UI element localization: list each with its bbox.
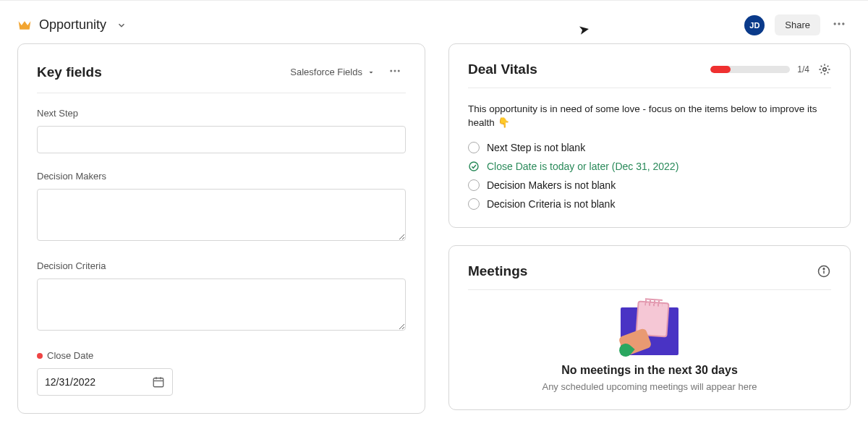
key-fields-panel: Key fields Salesforce Fields Next Step bbox=[17, 43, 425, 414]
vitals-item-text: Next Step is not blank bbox=[487, 142, 585, 153]
crown-icon bbox=[17, 20, 32, 31]
meetings-empty-title: No meetings in the next 30 days bbox=[561, 364, 738, 377]
svg-point-4 bbox=[393, 70, 396, 72]
radio-unchecked-icon bbox=[468, 179, 480, 191]
vitals-item[interactable]: Next Step is not blank bbox=[468, 142, 831, 153]
next-step-label: Next Step bbox=[37, 108, 406, 119]
progress-bar bbox=[710, 66, 790, 73]
key-fields-more-button[interactable] bbox=[384, 61, 406, 82]
decision-makers-label: Decision Makers bbox=[37, 171, 406, 182]
svg-point-5 bbox=[398, 70, 400, 72]
page-title[interactable]: Opportunity bbox=[39, 17, 106, 33]
key-fields-title: Key fields bbox=[37, 64, 102, 80]
topbar: Opportunity JD Share bbox=[0, 0, 868, 43]
dots-horizontal-icon bbox=[388, 64, 401, 77]
svg-point-10 bbox=[823, 68, 827, 72]
dots-horizontal-icon bbox=[832, 17, 846, 31]
deal-vitals-panel: Deal Vitals 1/4 This opportunity is in n… bbox=[448, 43, 851, 228]
more-menu-button[interactable] bbox=[827, 14, 851, 36]
close-date-value: 12/31/2022 bbox=[45, 376, 95, 388]
svg-rect-6 bbox=[153, 378, 163, 387]
next-step-input[interactable] bbox=[37, 126, 406, 153]
sf-dropdown-label: Salesforce Fields bbox=[290, 67, 362, 77]
salesforce-fields-dropdown[interactable]: Salesforce Fields bbox=[290, 67, 375, 77]
close-date-input[interactable]: 12/31/2022 bbox=[37, 368, 173, 396]
progress-fill bbox=[710, 66, 731, 73]
close-date-label: Close Date bbox=[37, 350, 406, 361]
meetings-empty-illustration bbox=[621, 303, 678, 355]
vitals-description: This opportunity is in need of some love… bbox=[468, 103, 831, 130]
meetings-empty-subtitle: Any scheduled upcoming meetings will app… bbox=[542, 381, 757, 392]
svg-point-3 bbox=[390, 70, 392, 72]
required-dot-icon bbox=[37, 353, 43, 359]
caret-down-icon bbox=[367, 68, 375, 77]
vitals-item[interactable]: Close Date is today or later (Dec 31, 20… bbox=[468, 161, 831, 172]
gear-icon[interactable] bbox=[818, 63, 831, 76]
calendar-icon bbox=[152, 375, 165, 388]
info-icon[interactable] bbox=[817, 264, 831, 278]
decision-criteria-input[interactable] bbox=[37, 278, 406, 331]
avatar[interactable]: JD bbox=[744, 15, 765, 35]
vitals-item[interactable]: Decision Criteria is not blank bbox=[468, 198, 831, 210]
meetings-title: Meetings bbox=[468, 263, 527, 279]
chevron-down-icon[interactable] bbox=[116, 20, 127, 30]
vitals-item-text: Close Date is today or later (Dec 31, 20… bbox=[487, 161, 678, 172]
svg-point-11 bbox=[469, 162, 478, 171]
decision-criteria-label: Decision Criteria bbox=[37, 260, 406, 271]
share-button[interactable]: Share bbox=[775, 14, 820, 35]
svg-point-14 bbox=[823, 268, 825, 270]
decision-makers-input[interactable] bbox=[37, 189, 406, 241]
vitals-progress: 1/4 bbox=[710, 64, 809, 75]
svg-point-0 bbox=[834, 22, 836, 25]
progress-label: 1/4 bbox=[797, 64, 809, 75]
radio-unchecked-icon bbox=[468, 198, 480, 210]
vitals-item-text: Decision Makers is not blank bbox=[487, 179, 616, 191]
avatar-initials: JD bbox=[749, 21, 760, 30]
deal-vitals-title: Deal Vitals bbox=[468, 61, 537, 77]
check-circle-icon bbox=[468, 161, 480, 172]
vitals-checklist: Next Step is not blank Close Date is tod… bbox=[468, 142, 831, 210]
vitals-item[interactable]: Decision Makers is not blank bbox=[468, 179, 831, 191]
svg-point-1 bbox=[838, 22, 840, 25]
vitals-item-text: Decision Criteria is not blank bbox=[487, 198, 615, 210]
svg-point-2 bbox=[842, 22, 844, 25]
meetings-panel: Meetings No meetings in the next 30 d bbox=[448, 245, 851, 410]
radio-unchecked-icon bbox=[468, 142, 480, 153]
